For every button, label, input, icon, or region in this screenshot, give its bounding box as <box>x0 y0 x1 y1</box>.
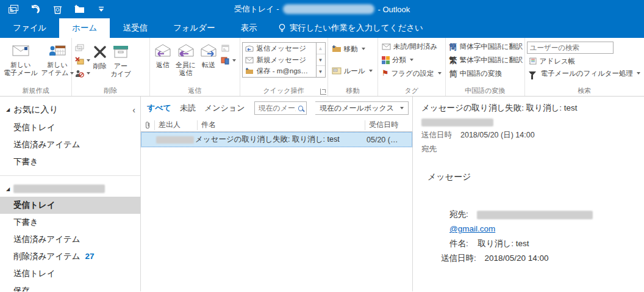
expand-triangle-icon[interactable]: ◢ <box>6 107 10 112</box>
favorite-drafts[interactable]: 下書き <box>0 153 140 170</box>
reading-to-line: 宛先 <box>421 144 637 155</box>
dropdown-caret-icon <box>637 72 640 75</box>
quick-step-save[interactable]: 保存 - m@ngs… <box>245 67 313 76</box>
delete-button[interactable]: 削除 <box>91 41 109 70</box>
from-column-header[interactable]: 差出人 <box>154 120 197 130</box>
delete-icon[interactable] <box>51 3 63 15</box>
scroll-down-icon[interactable]: ▼ <box>317 54 325 66</box>
message-received: 05/20 (… <box>367 136 412 144</box>
new-email-button[interactable]: 新しい 電子メール <box>2 40 40 77</box>
lightbulb-icon <box>279 24 285 33</box>
ribbon-group-quick-steps: 返信メッセージ 新規メッセージ 保存 - m@ngs… ▲ ▼ ▼ クイック操作 <box>240 38 328 96</box>
scroll-up-icon[interactable]: ▲ <box>317 43 325 54</box>
tab-home[interactable]: ホーム <box>59 18 110 38</box>
save-to-folder-icon[interactable] <box>73 3 85 15</box>
favorite-sent-items[interactable]: 送信済みアイテム <box>0 136 140 153</box>
body-to-row: 宛先: @gmail.com <box>449 207 637 236</box>
mailbox-search-input[interactable] <box>258 104 296 112</box>
subject-column-header[interactable]: 件名 <box>197 120 365 130</box>
mailbox-search-box[interactable] <box>254 101 307 115</box>
find-contact-search[interactable] <box>527 42 614 54</box>
conversion-icon: 简 <box>449 70 457 78</box>
gallery-more-icon[interactable]: ▼ <box>317 66 325 77</box>
cleanup-button[interactable] <box>75 56 90 65</box>
body-sent-row: 送信日時: 2018/05/20 14:00 <box>441 251 637 266</box>
customize-qat-icon[interactable] <box>95 3 107 15</box>
chinese-conversion-button[interactable]: 简 中国語の変換 <box>448 67 504 80</box>
group-label-new: 新規作成 <box>0 86 71 95</box>
favorites-header[interactable]: ◢ お気に入り ‹ <box>0 101 140 119</box>
redacted-sender <box>421 119 493 126</box>
quick-steps-dialog-launcher-icon[interactable] <box>320 89 326 95</box>
address-book-button[interactable]: アドレス帳 <box>527 55 578 67</box>
message-row[interactable]: メッセージの取り消し失敗: 取り消し: test 05/20 (… <box>141 132 412 147</box>
forward-button[interactable]: 転送 <box>198 40 220 69</box>
translate-traditional-button[interactable]: 繁 繁体字中国語に翻訳 <box>448 53 525 67</box>
message-list-header: 差出人 件名 受信日時 <box>141 119 412 132</box>
tab-send-receive[interactable]: 送受信 <box>110 18 160 38</box>
meeting-button[interactable] <box>221 43 236 53</box>
account-header[interactable]: ◢ <box>0 182 140 197</box>
send-receive-icon[interactable] <box>7 3 20 15</box>
folder-outbox[interactable]: 送信トレイ <box>0 265 140 282</box>
ribbon-group-delete: 削除 アー カイブ 削除 <box>72 38 150 96</box>
dropdown-caret-icon <box>232 59 236 62</box>
tell-me-label: 実行したい作業を入力してください <box>290 23 423 34</box>
simplified-icon: 簡 <box>449 43 457 51</box>
search-scope-dropdown[interactable]: 現在のメールボックス <box>315 101 409 115</box>
ribbon-group-find: アドレス帳 電子メールのフィルター処理 検索 <box>525 38 644 96</box>
archive-button[interactable]: アー カイブ <box>109 41 133 78</box>
dropdown-caret-icon <box>410 59 413 61</box>
redacted-recipient <box>477 211 593 219</box>
expand-triangle-icon[interactable]: ◢ <box>6 186 10 192</box>
filter-unread[interactable]: 未読 <box>180 103 196 114</box>
ignore-button[interactable] <box>75 43 90 53</box>
rules-button[interactable]: ルール <box>330 64 374 78</box>
quick-step-new-message[interactable]: 新規メッセージ <box>245 56 313 65</box>
title-bar: 受信トレイ - - Outlook <box>0 0 644 18</box>
translate-simplified-button[interactable]: 簡 簡体字中国語に翻訳 <box>448 40 525 53</box>
collapse-pane-icon[interactable]: ‹ <box>132 105 135 115</box>
im-button[interactable] <box>221 56 236 65</box>
ribbon-group-new: 新しい 電子メール 新しい アイテム 新規作成 <box>0 38 72 96</box>
group-label-move: 移動 <box>328 86 377 95</box>
follow-up-button[interactable]: ⚑ フラグの設定 <box>380 67 443 80</box>
unread-read-button[interactable]: 未読/開封済み <box>380 40 439 53</box>
ribbon-group-move: 移動 ルール 移動 <box>328 38 378 96</box>
attachment-column-header[interactable] <box>141 120 154 130</box>
recipient-email-link[interactable]: @gmail.com <box>449 224 495 233</box>
tell-me-box[interactable]: 実行したい作業を入力してください <box>270 18 432 38</box>
new-items-button[interactable]: 新しい アイテム <box>40 40 76 77</box>
quick-access-toolbar <box>0 3 107 15</box>
find-contact-input[interactable] <box>530 44 610 51</box>
reply-button[interactable]: 返信 <box>152 40 174 69</box>
folder-deleted-items[interactable]: 削除済みアイテム27 <box>0 248 140 265</box>
reply-all-button[interactable]: 全員に 返信 <box>174 40 198 77</box>
tab-file[interactable]: ファイル <box>0 18 59 38</box>
junk-button[interactable] <box>75 68 90 78</box>
traditional-icon: 繁 <box>449 56 457 64</box>
folder-drafts[interactable]: 下書き <box>0 214 140 231</box>
filter-mentions[interactable]: メンション <box>204 103 245 114</box>
favorite-inbox[interactable]: 受信トレイ <box>0 119 140 136</box>
ribbon-tab-bar: ファイル ホーム 送受信 フォルダー 表示 実行したい作業を入力してください <box>0 18 644 38</box>
filter-all[interactable]: すべて <box>147 103 171 114</box>
quick-step-reply[interactable]: 返信メッセージ <box>245 44 313 53</box>
undo-icon[interactable] <box>29 3 41 15</box>
folder-save[interactable]: 保存 <box>0 282 140 291</box>
folder-sent-items[interactable]: 送信済みアイテム <box>0 231 140 248</box>
quick-steps-scrollbar[interactable]: ▲ ▼ ▼ <box>317 42 326 78</box>
tab-folder[interactable]: フォルダー <box>160 18 228 38</box>
delete-x-icon <box>93 43 107 61</box>
group-label-quick-steps: クイック操作 <box>240 86 327 95</box>
categorize-icon <box>382 56 390 64</box>
move-button[interactable]: 移動 <box>330 42 367 56</box>
folder-inbox[interactable]: 受信トレイ <box>0 197 140 214</box>
categorize-button[interactable]: 分類 <box>380 53 415 67</box>
tab-view[interactable]: 表示 <box>228 18 270 38</box>
redacted-account-name <box>283 4 374 14</box>
filter-email-button[interactable]: 電子メールのフィルター処理 <box>527 67 642 79</box>
new-items-icon <box>49 42 66 60</box>
filter-icon <box>529 71 536 76</box>
received-column-header[interactable]: 受信日時 <box>365 120 412 130</box>
